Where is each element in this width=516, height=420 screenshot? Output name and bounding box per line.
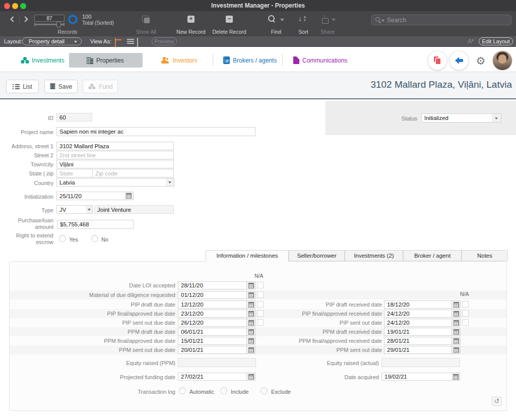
tab-seller-borrower[interactable]: Seller/borrower <box>289 250 345 261</box>
state-field[interactable] <box>56 169 93 177</box>
table-view-button[interactable] <box>137 38 138 47</box>
date-field[interactable] <box>384 346 452 354</box>
calendar-button[interactable] <box>247 346 255 354</box>
tab-broker-agent[interactable]: Broker / agent <box>403 250 462 261</box>
street2-field[interactable] <box>56 151 174 159</box>
date-field[interactable] <box>178 281 247 289</box>
copy-record-button[interactable] <box>428 51 447 70</box>
calendar-button[interactable] <box>452 319 461 327</box>
date-field[interactable] <box>178 310 247 318</box>
find-dropdown-caret[interactable] <box>280 19 284 23</box>
tab-information-milestones[interactable]: Information / milestones <box>206 250 289 262</box>
calendar-button[interactable] <box>247 319 255 327</box>
calendar-button[interactable] <box>247 281 255 289</box>
date-field[interactable] <box>178 346 247 354</box>
tab-investments[interactable]: Investments (2) <box>345 250 403 261</box>
calendar-button[interactable] <box>452 328 461 336</box>
calendar-button[interactable] <box>247 328 255 336</box>
country-select[interactable] <box>56 178 166 187</box>
na-checkbox[interactable] <box>257 282 264 288</box>
type-code-select[interactable] <box>56 205 87 214</box>
town-city-field[interactable] <box>56 160 174 168</box>
type-name-field[interactable] <box>94 205 174 214</box>
calendar-button[interactable] <box>452 310 461 318</box>
list-button[interactable]: List <box>6 80 39 93</box>
date-field[interactable] <box>178 337 247 345</box>
na-checkbox[interactable] <box>462 301 469 308</box>
save-button[interactable]: Save <box>44 80 78 93</box>
date-field[interactable] <box>384 319 452 327</box>
na-checkbox[interactable] <box>257 291 264 298</box>
preview-button[interactable]: Preview <box>152 37 177 45</box>
calendar-button[interactable] <box>452 301 461 309</box>
form-view-button[interactable] <box>115 38 116 47</box>
zip-field[interactable] <box>92 169 174 177</box>
type-label: Type <box>0 207 53 214</box>
na-checkbox[interactable] <box>462 319 469 326</box>
nav-tab-properties[interactable]: Properties <box>85 53 124 68</box>
record-slider-thumb[interactable] <box>56 21 61 28</box>
record-slider[interactable] <box>34 24 64 25</box>
project-name-field[interactable] <box>56 127 255 136</box>
user-avatar[interactable] <box>493 51 512 70</box>
date-acquired-field[interactable] <box>381 373 452 381</box>
history-button[interactable]: ↺ <box>492 397 502 406</box>
status-select-caret[interactable] <box>492 113 501 123</box>
divider <box>282 54 283 66</box>
search-scope-caret[interactable] <box>381 20 384 23</box>
date-field[interactable] <box>384 310 452 318</box>
back-button[interactable] <box>449 51 469 70</box>
milestone-label: PPM final/approved received date <box>262 338 382 344</box>
settings-button[interactable]: ⚙ <box>471 51 490 70</box>
layout-selector[interactable]: Property detail <box>22 37 82 45</box>
nav-tab-brokers-agents[interactable]: Brokers / agents <box>223 53 277 68</box>
date-field[interactable] <box>178 328 247 336</box>
calendar-button[interactable] <box>247 310 255 318</box>
date-field[interactable] <box>384 328 452 336</box>
country-select-caret[interactable] <box>166 178 174 187</box>
nav-tab-investors[interactable]: Investors <box>161 53 198 68</box>
date-field[interactable] <box>178 319 247 327</box>
chevron-down-icon <box>88 209 91 212</box>
found-set-pie-chart[interactable] <box>68 15 78 24</box>
date-field[interactable] <box>178 291 247 299</box>
date-field[interactable] <box>384 301 452 309</box>
sort-icon <box>298 15 308 24</box>
calendar-button[interactable] <box>124 192 134 200</box>
calendar-button[interactable] <box>247 301 255 309</box>
share-dropdown-caret[interactable] <box>332 19 336 23</box>
toolbar-search-input[interactable] <box>386 16 507 24</box>
transaction-log-radio-automatic[interactable] <box>179 387 186 394</box>
purchase-amount-field[interactable] <box>57 220 134 229</box>
address-street1-field[interactable] <box>56 142 174 150</box>
next-record-button[interactable] <box>22 16 28 22</box>
tab-notes[interactable]: Notes <box>462 250 508 261</box>
calendar-button[interactable] <box>247 337 255 345</box>
fund-button[interactable]: Fund <box>83 80 118 93</box>
type-select-caret[interactable] <box>86 205 93 214</box>
equity-actual-field[interactable] <box>381 358 460 367</box>
calendar-button[interactable] <box>452 373 460 381</box>
equity-ppm-field[interactable] <box>178 358 256 367</box>
nav-tab-communications[interactable]: Communications <box>293 53 347 68</box>
text-formatting-icon[interactable]: Aª <box>468 38 474 45</box>
calendar-button[interactable] <box>247 373 255 381</box>
calendar-button[interactable] <box>452 337 461 345</box>
transaction-log-radio-include[interactable] <box>220 387 227 394</box>
calendar-button[interactable] <box>452 346 461 354</box>
projected-funding-field[interactable] <box>178 373 247 381</box>
edit-layout-button[interactable]: Edit Layout <box>479 37 513 45</box>
escrow-yes-radio[interactable] <box>59 235 66 242</box>
calendar-button[interactable] <box>247 291 255 299</box>
escrow-no-radio[interactable] <box>91 235 98 242</box>
id-field[interactable] <box>56 113 92 122</box>
current-record-input[interactable] <box>34 15 64 22</box>
transaction-log-radio-exclude[interactable] <box>261 387 268 394</box>
previous-record-button[interactable] <box>10 16 16 22</box>
status-select[interactable] <box>421 113 492 123</box>
initialization-date-field[interactable] <box>56 192 125 200</box>
date-field[interactable] <box>178 301 247 309</box>
na-checkbox[interactable] <box>462 310 469 317</box>
date-field[interactable] <box>384 337 452 345</box>
nav-tab-investments[interactable]: Investments <box>21 53 64 68</box>
